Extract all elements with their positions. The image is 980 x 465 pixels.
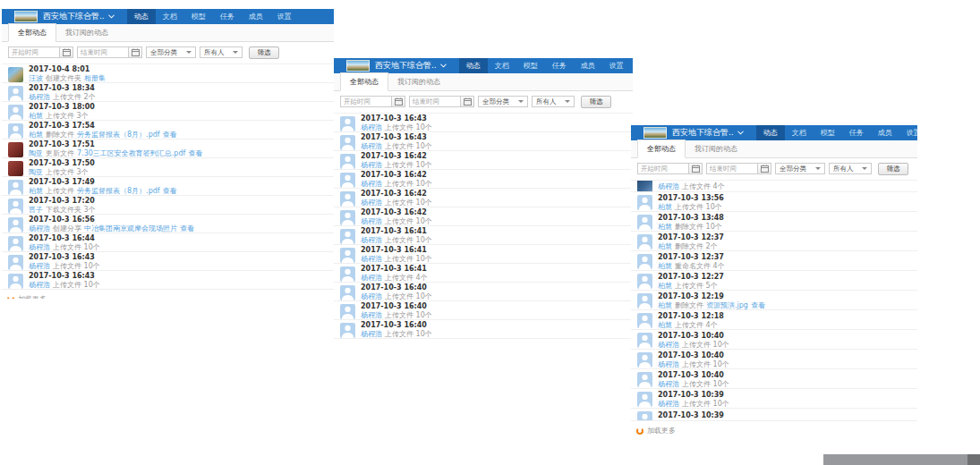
calendar-icon[interactable] <box>392 96 405 107</box>
project-title[interactable]: 西安地下综合管.. <box>672 127 734 139</box>
user-link[interactable]: 杨程浩 <box>29 281 50 290</box>
person-select[interactable]: 所有人 <box>829 163 872 174</box>
user-link[interactable]: 杨程浩 <box>29 224 50 233</box>
tab-subscribed-activity[interactable]: 我订阅的动态 <box>686 140 746 157</box>
user-link[interactable]: 汪波 <box>29 74 43 83</box>
user-link[interactable]: 陶亚 <box>29 149 43 158</box>
user-link[interactable]: 杨程浩 <box>361 199 382 207</box>
user-link[interactable]: 柏慧 <box>29 131 43 140</box>
user-link[interactable]: 杨程浩 <box>361 123 382 132</box>
user-link[interactable]: 陶亚 <box>29 168 43 177</box>
view-link[interactable]: 查看 <box>163 131 177 140</box>
nav-item-tasks[interactable]: 任务 <box>842 125 871 140</box>
file-link[interactable]: 中冶集团南京观摩会现场照片 <box>84 224 177 233</box>
chevron-down-icon[interactable] <box>108 14 115 19</box>
filter-button[interactable]: 筛选 <box>581 96 611 108</box>
calendar-icon[interactable] <box>129 46 142 58</box>
nav-item-members[interactable]: 成员 <box>871 125 899 140</box>
filter-button[interactable]: 筛选 <box>249 46 279 59</box>
category-select[interactable]: 全部分类 <box>775 163 825 174</box>
nav-item-models[interactable]: 模型 <box>814 125 842 140</box>
user-link[interactable]: 杨程浩 <box>361 311 382 320</box>
user-link[interactable]: 柏慧 <box>658 282 672 291</box>
end-time-input[interactable] <box>409 96 461 107</box>
nav-item-activity[interactable]: 动态 <box>459 58 488 73</box>
nav-item-models[interactable]: 模型 <box>184 9 213 24</box>
chevron-down-icon[interactable] <box>440 63 447 68</box>
user-link[interactable]: 柏慧 <box>29 112 43 121</box>
user-link[interactable]: 柏慧 <box>29 187 43 196</box>
category-select[interactable]: 全部分类 <box>478 96 528 107</box>
calendar-icon[interactable] <box>758 163 771 174</box>
start-time-input[interactable] <box>8 46 60 58</box>
file-link[interactable]: 相册集 <box>84 74 106 83</box>
user-link[interactable]: 杨程浩 <box>361 142 382 151</box>
person-select[interactable]: 所有人 <box>200 46 243 58</box>
calendar-icon[interactable] <box>60 46 73 58</box>
project-title[interactable]: 西安地下综合管.. <box>43 11 105 22</box>
nav-item-members[interactable]: 成员 <box>574 58 602 73</box>
user-link[interactable]: 杨程浩 <box>361 217 382 226</box>
file-link[interactable]: 7.30三工区安全教育签到汇总.pdf <box>77 149 185 158</box>
user-link[interactable]: 杨程浩 <box>658 400 679 409</box>
nav-item-members[interactable]: 成员 <box>242 9 270 24</box>
end-time-input[interactable] <box>706 163 758 174</box>
chevron-down-icon[interactable] <box>737 131 744 135</box>
user-link[interactable]: 杨程浩 <box>29 262 50 271</box>
user-link[interactable]: 柏慧 <box>658 301 672 310</box>
user-link[interactable]: 杨程浩 <box>361 236 382 245</box>
user-link[interactable]: 杨程浩 <box>658 182 679 191</box>
view-link[interactable]: 查看 <box>163 187 177 196</box>
user-link[interactable]: 杨程浩 <box>361 255 382 264</box>
end-time-input[interactable] <box>77 46 129 58</box>
tab-all-activity[interactable]: 全部动态 <box>637 140 686 158</box>
project-title[interactable]: 西安地下综合管.. <box>375 60 437 72</box>
user-link[interactable]: 柏慧 <box>658 321 672 330</box>
nav-item-activity[interactable]: 动态 <box>756 125 785 140</box>
category-select[interactable]: 全部分类 <box>146 46 196 58</box>
user-link[interactable]: 杨程浩 <box>29 243 50 252</box>
tab-all-activity[interactable]: 全部动态 <box>340 72 388 91</box>
user-link[interactable]: 杨程浩 <box>361 292 382 301</box>
user-link[interactable]: 杨程浩 <box>29 93 50 102</box>
calendar-icon[interactable] <box>461 96 474 107</box>
view-link[interactable]: 查看 <box>188 149 202 158</box>
user-link[interactable]: 杨程浩 <box>361 330 382 339</box>
nav-item-settings[interactable]: 设置 <box>270 9 299 24</box>
user-link[interactable]: 柏慧 <box>658 203 672 212</box>
user-link[interactable]: 杨程浩 <box>361 274 382 283</box>
view-link[interactable]: 查看 <box>751 301 765 310</box>
person-select[interactable]: 所有人 <box>532 96 575 107</box>
tab-subscribed-activity[interactable]: 我订阅的动态 <box>388 73 449 90</box>
user-link[interactable]: 杨程浩 <box>658 380 679 389</box>
load-more[interactable]: 加载更多 <box>2 290 334 299</box>
start-time-input[interactable] <box>637 163 689 174</box>
start-time-input[interactable] <box>340 96 392 107</box>
file-link[interactable]: 资源预演.jpg <box>706 301 748 310</box>
nav-item-documents[interactable]: 文档 <box>488 58 516 73</box>
user-link[interactable]: 柏慧 <box>658 262 672 271</box>
user-link[interactable]: 杨程浩 <box>658 360 679 369</box>
user-link[interactable]: 晋子 <box>29 206 43 215</box>
nav-item-activity[interactable]: 动态 <box>127 9 156 24</box>
filter-button[interactable]: 筛选 <box>878 163 908 175</box>
file-link[interactable]: 劳务监督报表（8月）.pdf <box>77 131 160 140</box>
nav-item-tasks[interactable]: 任务 <box>545 58 574 73</box>
nav-item-documents[interactable]: 文档 <box>785 125 814 140</box>
nav-item-settings[interactable]: 设置 <box>602 58 631 73</box>
tab-all-activity[interactable]: 全部动态 <box>8 23 56 42</box>
user-link[interactable]: 杨程浩 <box>361 180 382 189</box>
user-link[interactable]: 杨程浩 <box>361 161 382 170</box>
load-more[interactable]: 加载更多 <box>631 421 917 435</box>
nav-item-documents[interactable]: 文档 <box>156 9 184 24</box>
user-link[interactable]: 柏慧 <box>658 223 672 232</box>
nav-item-models[interactable]: 模型 <box>516 58 545 73</box>
user-link[interactable]: 杨程浩 <box>658 341 679 350</box>
tab-subscribed-activity[interactable]: 我订阅的动态 <box>56 24 117 41</box>
nav-item-settings[interactable]: 设置 <box>899 125 917 140</box>
view-link[interactable]: 查看 <box>180 224 194 233</box>
file-link[interactable]: 劳务监督报表（8月）.pdf <box>77 187 160 196</box>
nav-item-tasks[interactable]: 任务 <box>213 9 242 24</box>
calendar-icon[interactable] <box>689 163 703 174</box>
user-link[interactable]: 柏慧 <box>658 242 672 251</box>
